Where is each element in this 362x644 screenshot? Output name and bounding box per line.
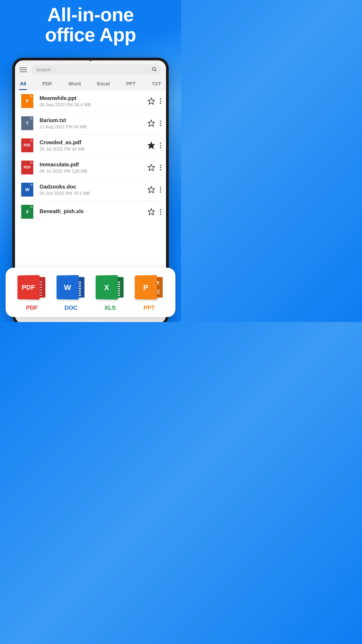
svg-marker-6 (148, 186, 154, 193)
star-icon-filled[interactable] (147, 142, 155, 149)
file-item[interactable]: PDF Immaculate.pdf 09 Jul 2022 PM 128 MB (15, 156, 166, 178)
file-item[interactable]: X Beneath_pish.xls (15, 201, 166, 223)
star-icon[interactable] (147, 164, 155, 171)
svg-marker-4 (148, 142, 154, 148)
file-name: Immaculate.pdf (39, 162, 147, 168)
file-name: Crowded_as.pdf (39, 139, 147, 146)
file-type-icon: P (21, 94, 33, 108)
format-label: PDF (26, 304, 38, 311)
format-card: PDF PDF W DOC (5, 268, 175, 317)
search-placeholder: Search (36, 67, 51, 72)
file-meta: 11 Aug 2022 PM 64 MB (39, 124, 147, 130)
tab-excel[interactable]: Excel (96, 78, 111, 90)
menu-icon[interactable] (19, 66, 27, 74)
tab-ppt[interactable]: PPT (125, 78, 137, 90)
tab-all[interactable]: All (19, 78, 27, 90)
more-icon[interactable] (159, 186, 162, 194)
file-meta: 30 Jun 2022 PM 78.2 MB (39, 191, 147, 196)
more-icon[interactable] (159, 164, 162, 171)
file-item[interactable]: P Meanwhile.ppt 05 Sep 2022 PM 36.4 MB (15, 90, 166, 112)
more-icon[interactable] (159, 142, 162, 149)
svg-marker-5 (148, 164, 154, 170)
format-ppt: P PPT (134, 274, 165, 311)
file-meta: 09 Jul 2022 PM 128 MB (39, 168, 147, 174)
file-item[interactable]: T Barium.txt 11 Aug 2022 PM 64 MB (15, 112, 166, 134)
star-icon[interactable] (147, 97, 155, 105)
format-doc: W DOC (55, 274, 87, 311)
file-name: Beneath_pish.xls (39, 208, 147, 214)
file-meta: 25 Jul 2022 PM 40 MB (39, 146, 147, 152)
svg-marker-3 (148, 120, 154, 126)
file-item[interactable]: PDF Crowded_as.pdf 25 Jul 2022 PM 40 MB (15, 134, 166, 156)
file-meta: 05 Sep 2022 PM 36.4 MB (39, 102, 147, 107)
file-type-icon: W (21, 183, 33, 196)
file-name: Meanwhile.ppt (39, 95, 147, 101)
tab-bar: All PDF Word Excel PPT TXT (15, 78, 166, 90)
format-label: PPT (143, 304, 155, 311)
file-type-icon: T (21, 116, 33, 130)
format-label: XLS (104, 304, 116, 311)
format-pdf: PDF PDF (16, 274, 48, 311)
file-item[interactable]: W Gadzooks.doc 30 Jun 2022 PM 78.2 MB (15, 179, 166, 200)
search-icon[interactable] (152, 67, 157, 73)
format-label: DOC (64, 304, 77, 311)
app-header: Search (15, 60, 166, 78)
star-icon[interactable] (147, 186, 155, 194)
more-icon[interactable] (159, 98, 162, 105)
search-input[interactable]: Search (31, 64, 162, 75)
file-list: P Meanwhile.ppt 05 Sep 2022 PM 36.4 MB (15, 90, 166, 289)
svg-point-0 (152, 67, 156, 70)
star-icon[interactable] (147, 120, 155, 127)
tab-txt[interactable]: TXT (151, 78, 162, 90)
star-icon[interactable] (147, 208, 155, 216)
file-name: Barium.txt (39, 117, 147, 124)
format-xls: X XLS (94, 274, 126, 311)
hero-title: All-in-one office App (0, 0, 181, 45)
tab-pdf[interactable]: PDF (41, 78, 53, 90)
file-type-icon: PDF (21, 160, 33, 174)
svg-marker-2 (148, 98, 154, 104)
file-name: Gadzooks.doc (39, 184, 147, 190)
svg-marker-7 (148, 209, 154, 215)
more-icon[interactable] (159, 120, 162, 127)
more-icon[interactable] (159, 208, 162, 216)
svg-line-1 (155, 70, 156, 71)
tab-word[interactable]: Word (67, 78, 82, 90)
file-type-icon: X (21, 205, 33, 219)
file-type-icon: PDF (21, 138, 33, 152)
